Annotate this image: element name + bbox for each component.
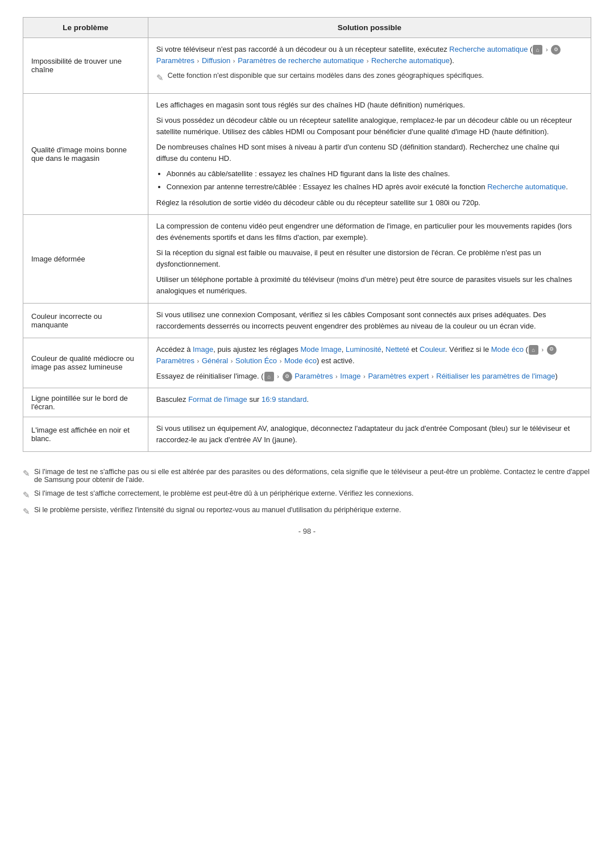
note-1: ✎ Si l'image de test ne s'affiche pas ou…	[23, 468, 591, 484]
solution-text: Si vous utilisez une connexion Composant…	[156, 309, 583, 332]
problem-cell: Couleur incorrecte ou manquante	[23, 303, 148, 338]
arrow-icon6: ›	[197, 358, 200, 364]
link-mode-eco: Mode éco	[491, 345, 524, 354]
solution-text: Si vous possédez un décodeur câble ou un…	[156, 115, 583, 138]
table-row: Qualité d'image moins bonne que dans le …	[23, 93, 591, 214]
col-header-solution: Solution possible	[148, 18, 591, 38]
solution-text: Basculez Format de l'image sur 16:9 stan…	[156, 394, 583, 405]
link-param-expert: Paramètres expert	[368, 372, 429, 380]
link-nettete: Netteté	[385, 345, 409, 354]
problem-cell: Qualité d'image moins bonne que dans le …	[23, 93, 148, 214]
solution-text: Si vous utilisez un équipement AV, analo…	[156, 423, 583, 446]
solution-text: Accédez à Image, puis ajustez les réglag…	[156, 344, 583, 367]
solution-list: Abonnés au câble/satellite : essayez les…	[167, 168, 583, 193]
link-param-recherche: Paramètres de recherche automatique	[238, 56, 364, 65]
link-reinit: Réitialiser les paramètres de l'image	[436, 372, 555, 380]
link-169: 16:9 standard	[262, 395, 307, 404]
arrow-icon11: ›	[363, 373, 366, 380]
arrow-icon3: ›	[233, 57, 235, 64]
problem-cell: L'image est affichée en noir et blanc.	[23, 417, 148, 452]
note-text: Cette fonction n'est disponible que sur …	[168, 70, 583, 81]
gear-icon3: ⚙	[283, 372, 292, 381]
arrow-icon8: ›	[280, 358, 282, 364]
list-item: Connexion par antenne terrestre/câblée :…	[167, 181, 583, 193]
notes-section: ✎ Si l'image de test ne s'affiche pas ou…	[23, 468, 591, 517]
note-1-text: Si l'image de test ne s'affiche pas ou s…	[34, 468, 591, 484]
note-3-text: Si le problème persiste, vérifiez l'inte…	[34, 506, 591, 514]
link-recherche-auto2: Recherche automatique	[371, 56, 450, 65]
link-luminosite: Luminosité	[346, 345, 381, 354]
link-couleur: Couleur	[420, 345, 445, 354]
solution-cell: Les affichages en magasin sont tous régl…	[148, 93, 591, 214]
solution-text: Les affichages en magasin sont tous régl…	[156, 99, 583, 111]
note-2-text: Si l'image de test s'affiche correctemen…	[34, 489, 591, 497]
solution-text: De nombreuses chaînes HD sont mises à ni…	[156, 142, 583, 164]
page-number: - 98 -	[23, 527, 591, 535]
link-image: Image	[193, 345, 213, 354]
solution-text: Si la réception du signal est faible ou …	[156, 247, 583, 270]
problem-cell: Ligne pointillée sur le bord de l'écran.	[23, 388, 148, 417]
gear-icon2: ⚙	[547, 345, 557, 355]
list-item: Abonnés au câble/satellite : essayez les…	[167, 168, 583, 180]
arrow-icon: ›	[546, 46, 548, 53]
pencil-icon4: ✎	[23, 506, 30, 517]
table-row: Ligne pointillée sur le bord de l'écran.…	[23, 388, 591, 417]
problem-cell: Couleur de qualité médiocre ou image pas…	[23, 338, 148, 388]
arrow-icon2: ›	[197, 57, 200, 64]
link-mode-image: Mode Image	[300, 345, 341, 354]
arrow-icon9: ›	[277, 373, 279, 380]
solution-cell: Si vous utilisez une connexion Composant…	[148, 303, 591, 338]
link-diffusion: Diffusion	[202, 56, 230, 65]
link-format-image: Format de l'image	[188, 395, 247, 404]
arrow-icon10: ›	[335, 373, 338, 380]
link-solution-eco: Solution Éco	[235, 356, 277, 365]
solution-text: Si votre téléviseur n'est pas raccordé à…	[156, 44, 583, 67]
pencil-icon2: ✎	[23, 468, 30, 479]
table-row: Couleur de qualité médiocre ou image pas…	[23, 338, 591, 388]
solution-cell: Basculez Format de l'image sur 16:9 stan…	[148, 388, 591, 417]
solution-text: Réglez la résolution de sortie vidéo du …	[156, 197, 583, 209]
solution-text: La compression de contenu vidéo peut eng…	[156, 221, 583, 243]
table-row: L'image est affichée en noir et blanc. S…	[23, 417, 591, 452]
link-param3: Paramètres	[294, 372, 333, 380]
pencil-icon3: ✎	[23, 490, 30, 500]
table-row: Impossibilité de trouver une chaîne Si v…	[23, 38, 591, 94]
solution-cell: Accédez à Image, puis ajustez les réglag…	[148, 338, 591, 388]
home-icon2: ⌂	[529, 345, 538, 355]
link-general: Général	[202, 356, 228, 365]
problem-cell: Image déformée	[23, 214, 148, 303]
pencil-icon: ✎	[156, 71, 164, 84]
solution-text: Utiliser un téléphone portable à proximi…	[156, 274, 583, 297]
arrow-icon12: ›	[432, 373, 434, 380]
solution-cell: Si vous utilisez un équipement AV, analo…	[148, 417, 591, 452]
note-2: ✎ Si l'image de test s'affiche correctem…	[23, 489, 591, 500]
table-row: Couleur incorrecte ou manquante Si vous …	[23, 303, 591, 338]
solution-text: Essayez de réinitialiser l'image. (⌂ › ⚙…	[156, 371, 583, 382]
gear-icon: ⚙	[551, 45, 561, 55]
arrow-icon4: ›	[367, 57, 369, 64]
solution-cell: La compression de contenu vidéo peut eng…	[148, 214, 591, 303]
link-param2: Paramètres	[156, 356, 194, 365]
arrow-icon5: ›	[541, 346, 544, 353]
link-recherche-auto: Recherche automatique	[449, 45, 528, 53]
solution-cell: Si votre téléviseur n'est pas raccordé à…	[148, 38, 591, 94]
link-recherche-auto3: Recherche automatique	[487, 182, 566, 191]
note-3: ✎ Si le problème persiste, vérifiez l'in…	[23, 506, 591, 517]
home-icon3: ⌂	[264, 372, 274, 381]
home-icon: ⌂	[533, 45, 542, 55]
link-mode-eco2: Mode éco	[284, 356, 317, 365]
main-table: Le problème Solution possible Impossibil…	[23, 17, 591, 452]
table-row: Image déformée La compression de contenu…	[23, 214, 591, 303]
arrow-icon7: ›	[231, 358, 233, 364]
problem-cell: Impossibilité de trouver une chaîne	[23, 38, 148, 94]
note-line: ✎ Cette fonction n'est disponible que su…	[156, 70, 583, 84]
link-parametres: Paramètres	[156, 56, 194, 65]
col-header-problem: Le problème	[23, 18, 148, 38]
link-image2: Image	[340, 372, 360, 380]
